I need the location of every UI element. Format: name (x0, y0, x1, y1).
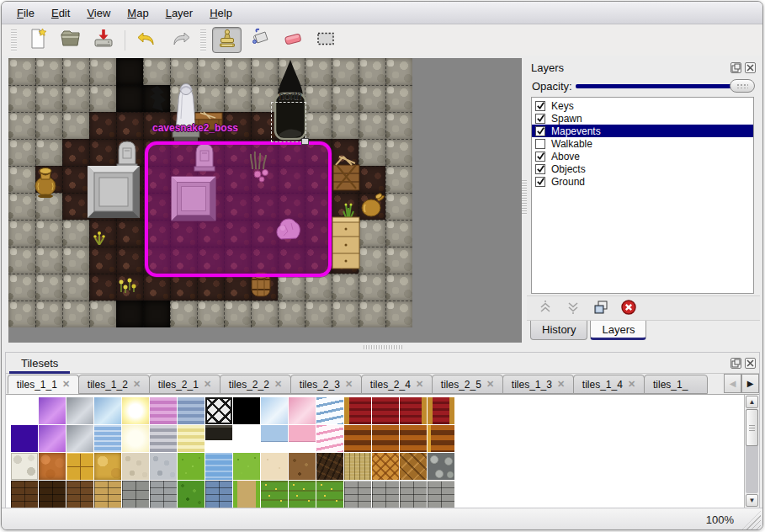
tile-stripes-gray[interactable] (150, 425, 177, 452)
eraser-tool-button[interactable] (278, 27, 307, 53)
tile-logs[interactable] (428, 453, 454, 480)
float-panel-button[interactable] (730, 358, 741, 369)
tilesets-panel-title[interactable]: Tilesets (9, 354, 70, 374)
mapevent-selection[interactable] (145, 141, 332, 277)
opacity-slider[interactable] (576, 79, 755, 93)
tile-pink-solid[interactable] (289, 425, 316, 452)
close-tab-icon[interactable]: ✕ (133, 379, 141, 390)
tile-stripes-blue[interactable] (178, 397, 205, 424)
tile-path-stone[interactable] (11, 453, 38, 480)
tile-dirt[interactable] (289, 453, 316, 480)
tileset-tab-tiles_1_2[interactable]: tiles_1_2✕ (78, 375, 150, 394)
tileset-tab-tiles_2_1[interactable]: tiles_2_1✕ (149, 375, 220, 394)
raise-layer-button[interactable] (534, 298, 557, 318)
tile-stone-yellow[interactable] (94, 453, 121, 480)
open-file-button[interactable] (56, 27, 85, 53)
new-file-button[interactable] (23, 27, 52, 53)
close-panel-button[interactable] (745, 62, 756, 73)
tile-carpet-red[interactable] (372, 397, 399, 424)
tile-empty[interactable] (233, 425, 260, 452)
float-panel-button[interactable] (730, 62, 741, 73)
tile-wall-gray[interactable] (344, 481, 371, 508)
horizontal-splitter[interactable] (2, 343, 762, 352)
checkbox-checked[interactable] (535, 126, 545, 136)
layer-row-above[interactable]: Above (532, 150, 753, 162)
layer-row-mapevents[interactable]: Mapevents (532, 125, 753, 137)
tile-brick-gray[interactable] (150, 481, 177, 508)
menu-map[interactable]: Map (119, 3, 157, 23)
tile-brick-tan[interactable] (94, 481, 121, 508)
delete-layer-button[interactable] (617, 298, 640, 318)
layer-row-walkable[interactable]: Walkable (532, 137, 753, 150)
layer-row-keys[interactable]: Keys (532, 99, 753, 112)
tile-water-blue[interactable] (94, 425, 121, 452)
close-panel-button[interactable] (745, 358, 756, 369)
tile-path-grass[interactable] (233, 481, 260, 508)
tile-carpet-red-r[interactable] (400, 397, 427, 424)
close-tab-icon[interactable]: ✕ (416, 379, 423, 390)
tileset-tab-tiles_2_3[interactable]: tiles_2_3✕ (290, 375, 362, 394)
tile-crystal-blue[interactable] (94, 397, 121, 424)
tile-brick-blue[interactable] (205, 481, 232, 508)
tile-crystal-purple[interactable] (39, 425, 66, 452)
tile-crystal-gray[interactable] (66, 397, 93, 424)
tile-plaque[interactable] (205, 425, 232, 452)
tile-ribbon-pink[interactable] (316, 425, 343, 452)
tile-empty[interactable] (11, 397, 38, 424)
close-tab-icon[interactable]: ✕ (204, 379, 211, 390)
tile-crystal-gray[interactable] (66, 425, 93, 452)
tileset-scrollbar[interactable]: ▲ ▼ (744, 395, 759, 508)
tileset-tab-tiles_2_2[interactable]: tiles_2_2✕ (220, 375, 291, 394)
redo-button[interactable] (165, 27, 194, 53)
tile-pebble-gray[interactable] (150, 453, 177, 480)
scroll-up-button[interactable]: ▲ (746, 396, 758, 408)
duplicate-layer-button[interactable] (589, 298, 613, 318)
tileset-tab-tiles_1_4[interactable]: tiles_1_4✕ (573, 375, 645, 394)
dock-tab-history[interactable]: History (530, 321, 587, 340)
tile-herringbone[interactable] (400, 453, 427, 480)
resize-grip[interactable] (742, 511, 761, 529)
tile-cobble-orange[interactable] (39, 453, 66, 480)
checkbox-checked[interactable] (535, 101, 545, 111)
entrance-selection-marker[interactable] (271, 102, 306, 142)
tile-black[interactable] (233, 397, 260, 424)
close-tab-icon[interactable]: ✕ (62, 379, 70, 390)
fill-tool-button[interactable] (245, 27, 274, 53)
layer-row-ground[interactable]: Ground (532, 175, 753, 188)
map-canvas[interactable]: northcavesnake2_boss (8, 58, 412, 327)
scroll-down-button[interactable]: ▼ (746, 494, 758, 507)
menu-edit[interactable]: Edit (43, 3, 78, 23)
tileset-tab-tiles_2_4[interactable]: tiles_2_4✕ (361, 375, 433, 394)
tile-grass-flowers[interactable] (316, 481, 343, 508)
close-tab-icon[interactable]: ✕ (486, 379, 494, 390)
tile-stripes-yellow[interactable] (178, 425, 205, 452)
checkbox-checked[interactable] (535, 164, 545, 174)
checkbox-checked[interactable] (535, 152, 545, 162)
close-tab-icon[interactable]: ✕ (274, 379, 282, 390)
dock-tab-layers[interactable]: Layers (590, 321, 646, 340)
close-tab-icon[interactable]: ✕ (345, 379, 353, 390)
toolbar-grip[interactable] (200, 29, 206, 51)
tile-crystal-lightblue[interactable] (261, 397, 288, 424)
tile-carpet-red-l[interactable] (344, 397, 371, 424)
tile-brick-darkbrown[interactable] (39, 481, 66, 508)
tile-sand[interactable] (261, 453, 288, 480)
scrollbar-thumb[interactable] (746, 409, 758, 446)
close-tab-icon[interactable]: ✕ (628, 379, 635, 390)
save-file-button[interactable] (88, 27, 118, 53)
tile-stripes-pink[interactable] (150, 397, 177, 424)
select-tool-button[interactable] (311, 27, 340, 53)
tile-planks[interactable] (344, 453, 371, 480)
tile-carpet-red-lr[interactable] (428, 397, 454, 424)
tile-hedge[interactable] (178, 481, 205, 508)
tileset-tab-tiles_2_5[interactable]: tiles_2_5✕ (432, 375, 503, 394)
tile-wood-dark[interactable] (316, 453, 343, 480)
checkbox-unchecked[interactable] (535, 139, 545, 149)
tile-glow-yellow[interactable] (122, 397, 149, 424)
tile-wall-gray[interactable] (428, 481, 454, 508)
tile-weave[interactable] (372, 453, 399, 480)
scroll-tabs-left-button[interactable]: ◀ (724, 374, 741, 393)
tile-tile-yellow[interactable] (66, 453, 93, 480)
opacity-slider-handle[interactable] (730, 79, 755, 93)
tile-grass-flowers[interactable] (261, 481, 288, 508)
